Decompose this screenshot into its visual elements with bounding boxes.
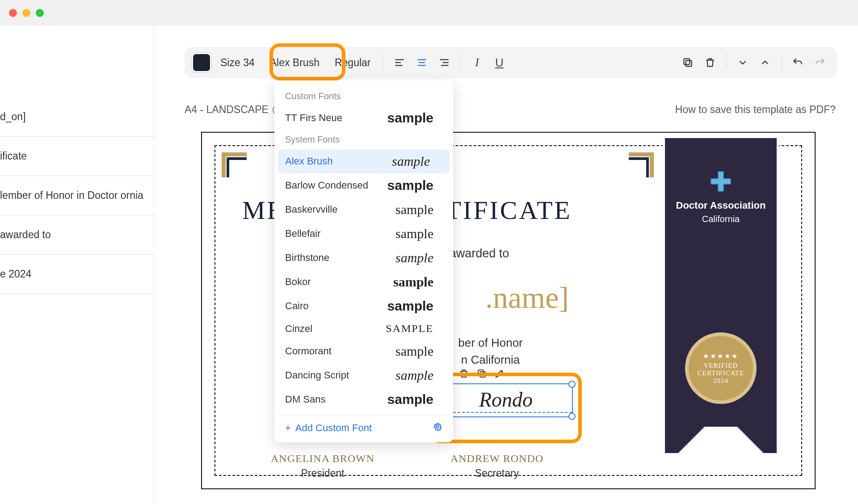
font-dropdown: Custom Fonts TT Firs Neuesample System F… (274, 80, 453, 442)
stars-icon: ★★★★★ (703, 352, 739, 360)
signature-title: President (265, 467, 381, 479)
toolbar-divider (781, 55, 782, 71)
font-option-name: Birthstone (285, 252, 329, 264)
font-option[interactable]: DM Sanssample (274, 387, 453, 412)
svg-rect-19 (711, 179, 730, 184)
corner-ornament-icon (627, 152, 654, 179)
italic-icon[interactable]: I (467, 53, 487, 72)
resize-handle[interactable] (568, 381, 576, 388)
window-close-button[interactable] (9, 9, 17, 17)
sidebar-item[interactable]: ificate (0, 137, 154, 176)
banner-org-name: Doctor Association (665, 200, 777, 211)
font-sample: sample (387, 178, 433, 193)
window-zoom-button[interactable] (36, 9, 44, 17)
font-option[interactable]: Bokorsample (274, 270, 453, 294)
signature-block[interactable]: Andrew Rondo Secretary (439, 453, 555, 479)
signature-title: Secretary (439, 467, 555, 479)
sidebar-item[interactable]: awarded to (0, 215, 154, 255)
page-format-label: A4 - LANDSCAPE (185, 104, 282, 116)
delete-icon[interactable] (458, 368, 469, 381)
left-panel: d_on] ificate lember of Honor in Doctor … (0, 26, 154, 504)
font-sample: sample (387, 298, 433, 314)
font-option[interactable]: TT Firs Neuesample (274, 106, 453, 130)
font-sample: sample (395, 250, 433, 265)
selection-mini-toolbar (455, 366, 509, 382)
font-option[interactable]: Birthstonesample (274, 246, 453, 270)
signature-name: Angelina Brown (265, 453, 381, 465)
font-option[interactable]: Alex Brushsample (278, 149, 450, 173)
text-color-swatch[interactable] (192, 53, 211, 72)
banner-org-location: California (665, 214, 777, 224)
medical-cross-icon (709, 169, 733, 193)
text-toolbar: Size 34 Alex Brush Regular I U (185, 47, 837, 78)
font-option[interactable]: Barlow Condensedsample (274, 173, 453, 197)
resize-handle[interactable] (568, 413, 576, 420)
duplicate-icon[interactable] (476, 368, 487, 381)
font-option[interactable]: CinzelSAMPLE (274, 318, 453, 339)
font-sample: sample (395, 202, 433, 217)
edit-icon[interactable] (494, 368, 505, 381)
font-sample: sample (387, 110, 433, 126)
selected-text-element[interactable]: Rondo (439, 383, 573, 417)
font-family-selector[interactable]: Alex Brush (264, 53, 326, 72)
svg-rect-10 (684, 59, 690, 64)
signature-text[interactable]: Rondo (440, 384, 572, 416)
delete-icon[interactable] (700, 53, 720, 72)
toolbar-divider (726, 55, 727, 71)
add-custom-font-button[interactable]: Add Custom Font (295, 422, 372, 434)
toolbar-divider (460, 55, 461, 71)
signature-block[interactable]: Angelina Brown President (265, 453, 381, 479)
redo-icon[interactable] (810, 53, 830, 72)
recipient-name-bracket[interactable]: .name] (485, 280, 569, 315)
font-sample: sample (392, 154, 430, 169)
font-option-name: TT Firs Neue (285, 112, 342, 124)
font-sample: sample (387, 392, 433, 407)
font-option-name: Barlow Condensed (285, 180, 368, 191)
font-sample: sample (395, 344, 433, 359)
font-option-name: Cinzel (285, 323, 312, 335)
font-option-name: DM Sans (285, 394, 325, 405)
font-option-name: Cormorant (285, 345, 332, 357)
font-sample: sample (395, 226, 433, 241)
font-weight-selector[interactable]: Regular (328, 53, 377, 72)
font-option-name: Baskervville (285, 204, 337, 215)
font-option-name: Alex Brush (285, 155, 332, 167)
align-center-icon[interactable] (412, 53, 432, 72)
sidebar-item[interactable]: e 2024 (0, 255, 154, 294)
window-minimize-button[interactable] (22, 9, 30, 17)
font-option-name: Bokor (285, 276, 311, 288)
window-titlebar (0, 0, 858, 26)
undo-icon[interactable] (788, 53, 808, 72)
font-option[interactable]: Dancing Scriptsample (274, 363, 453, 387)
font-option[interactable]: Bellefairsample (274, 222, 453, 246)
font-sample: sample (393, 274, 433, 290)
font-option[interactable]: Baskervvillesample (274, 197, 453, 222)
font-option[interactable]: Cormorantsample (274, 339, 453, 363)
gear-icon[interactable] (433, 422, 442, 434)
award-banner[interactable]: Doctor Association California ★★★★★ VERI… (663, 138, 779, 455)
sidebar-item[interactable]: lember of Honor in Doctor ornia (0, 176, 154, 215)
duplicate-icon[interactable] (678, 53, 698, 72)
sidebar-item[interactable]: d_on] (0, 97, 154, 137)
font-option-name: Dancing Script (285, 370, 349, 381)
font-option[interactable]: Cairosample (274, 294, 453, 318)
move-down-icon[interactable] (733, 53, 753, 72)
svg-point-20 (436, 425, 439, 428)
align-right-icon[interactable] (434, 53, 454, 72)
underline-icon[interactable]: U (489, 53, 509, 72)
align-left-icon[interactable] (390, 53, 409, 72)
font-option-name: Cairo (285, 300, 309, 312)
font-sample: sample (395, 368, 433, 383)
plus-icon[interactable]: + (285, 422, 291, 434)
signature-name: Andrew Rondo (439, 453, 555, 465)
font-option-name: Bellefair (285, 228, 320, 239)
font-size-selector[interactable]: Size 34 (214, 53, 261, 72)
verified-seal: ★★★★★ VERIFIED CERTIFICATE 2024 (685, 332, 757, 404)
corner-ornament-icon (222, 152, 248, 179)
toolbar-divider (383, 55, 383, 71)
help-link[interactable]: How to save this template as PDF? (675, 104, 836, 116)
move-up-icon[interactable] (755, 53, 775, 72)
svg-rect-14 (480, 372, 485, 377)
dropdown-section-header: Custom Fonts (274, 87, 453, 106)
font-sample: SAMPLE (386, 323, 433, 335)
